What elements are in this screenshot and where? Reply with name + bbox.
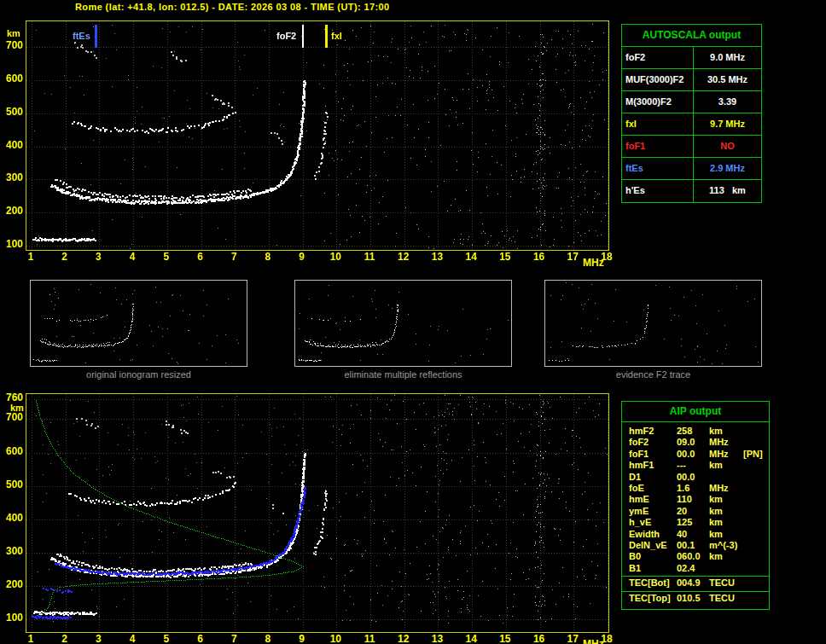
- x-axis-tick-11: 11: [361, 634, 378, 644]
- aip-param-note: [743, 551, 769, 562]
- autoscala-table-header: AUTOSCALA output: [622, 25, 761, 47]
- aip-param-unit: MHz: [709, 449, 743, 460]
- aip-param-unit: [709, 563, 743, 574]
- aip-param-note: [743, 593, 769, 605]
- x-axis-tick-8: 8: [259, 634, 276, 644]
- y-axis-tick-600: 600: [1, 446, 23, 457]
- x-axis-tick-17: 17: [564, 252, 581, 263]
- aip-param-label: hmF1: [629, 460, 677, 471]
- aip-param-unit: km: [709, 460, 743, 471]
- aip-param-unit: km: [709, 529, 743, 540]
- aip-param-note: [743, 506, 769, 517]
- aip-param-label: TEC[Top]: [629, 593, 677, 605]
- x-axis-tick-18: 18: [598, 252, 615, 263]
- top-plot-y-unit: km: [7, 28, 20, 38]
- aip-param-unit: km: [709, 551, 743, 562]
- x-axis-tick-6: 6: [192, 634, 209, 644]
- thumbnail-original-ionogram: [30, 280, 247, 367]
- marker-line-ftes: [95, 25, 97, 48]
- aip-row-d1: D100.0: [622, 472, 769, 483]
- thumbnail-evidence-f2: [544, 280, 762, 367]
- x-axis-tick-7: 7: [225, 634, 242, 644]
- autoscala-param-value: 3.39: [694, 91, 761, 113]
- ionogram-top-plot: ftEsfoF2fxI: [26, 20, 609, 251]
- y-axis-tick-400: 400: [1, 513, 23, 524]
- aip-param-note: [743, 483, 769, 494]
- y-axis-tick-100: 100: [1, 239, 23, 250]
- aip-row-fof2: foF209.0MHz: [622, 437, 769, 448]
- autoscala-row-fxi: fxI9.7 MHz: [622, 113, 761, 136]
- aip-param-note: [743, 472, 769, 483]
- x-axis-tick-1: 1: [22, 252, 39, 263]
- aip-param-value: 060.0: [677, 551, 709, 562]
- marker-line-fof2: [302, 25, 304, 48]
- aip-row-b0: B0060.0km: [622, 551, 769, 562]
- x-axis-tick-6: 6: [192, 252, 209, 263]
- aip-param-note: [743, 517, 769, 528]
- autoscala-param-label: foF2: [622, 47, 694, 68]
- aip-param-unit: km: [709, 426, 743, 437]
- autoscala-row-m(3000)f2: M(3000)F23.39: [622, 91, 761, 113]
- x-axis-tick-13: 13: [428, 252, 445, 263]
- aip-param-label: foF1: [629, 449, 677, 460]
- marker-label-fof2: foF2: [276, 31, 296, 41]
- aip-row-hmf2: hmF2258km: [622, 426, 769, 437]
- x-axis-tick-1: 1: [22, 634, 39, 644]
- aip-row-b1: B102.4: [622, 563, 769, 574]
- x-axis-tick-15: 15: [497, 252, 514, 263]
- autoscala-row-fof1: foF1NO: [622, 136, 761, 158]
- aip-param-value: 125: [677, 517, 709, 528]
- thumbnail-eliminate-reflections: [294, 280, 512, 367]
- x-axis-tick-15: 15: [497, 634, 514, 644]
- aip-param-unit: MHz: [709, 483, 743, 494]
- thumbnail-eliminate-canvas: [295, 281, 511, 366]
- x-axis-tick-17: 17: [564, 634, 581, 644]
- x-axis-tick-16: 16: [531, 634, 548, 644]
- marker-label-fxi: fxI: [331, 31, 342, 41]
- y-axis-tick-300: 300: [1, 546, 23, 557]
- x-axis-tick-10: 10: [327, 634, 344, 644]
- aip-param-note: [PN]: [743, 449, 769, 460]
- autoscala-app: Rome (lat: +41.8, lon: 012.5) - DATE: 20…: [0, 0, 826, 644]
- autoscala-param-value: 9.7 MHz: [694, 113, 761, 135]
- x-axis-tick-3: 3: [90, 634, 107, 644]
- x-axis-tick-4: 4: [124, 252, 141, 263]
- x-axis-tick-4: 4: [124, 634, 141, 644]
- aip-param-value: 20: [677, 506, 709, 517]
- aip-param-note: [743, 529, 769, 540]
- aip-row-hmf1: hmF1---km: [622, 460, 769, 471]
- aip-param-label: foE: [629, 483, 677, 494]
- autoscala-param-label: M(3000)F2: [622, 91, 694, 113]
- thumbnail-original-canvas: [31, 281, 247, 366]
- aip-param-note: [743, 494, 769, 505]
- autoscala-param-label: foF1: [622, 136, 694, 157]
- aip-param-label: B0: [629, 551, 677, 562]
- page-title: Rome (lat: +41.8, lon: 012.5) - DATE: 20…: [75, 2, 390, 12]
- aip-param-value: 00.1: [677, 540, 709, 551]
- ionogram-top-canvas: [26, 21, 608, 250]
- x-axis-tick-13: 13: [428, 634, 445, 644]
- aip-output-table: AIP output hmF2258kmfoF209.0MHzfoF100.0M…: [621, 401, 770, 610]
- x-axis-tick-8: 8: [259, 252, 276, 263]
- x-axis-tick-3: 3: [90, 252, 107, 263]
- aip-param-label: hmE: [629, 494, 677, 505]
- ionogram-bottom-plot: [26, 393, 609, 633]
- y-axis-tick-760: 760: [1, 392, 23, 403]
- aip-param-value: 02.4: [677, 563, 709, 574]
- aip-param-label: D1: [629, 472, 677, 483]
- aip-param-label: foF2: [629, 437, 677, 448]
- y-axis-tick-600: 600: [1, 73, 23, 84]
- aip-param-label: hmF2: [629, 426, 677, 437]
- aip-row-hme: hmE110km: [622, 494, 769, 505]
- aip-param-note: [743, 577, 769, 589]
- thumbnail-caption-original: original ionogram resized: [30, 369, 247, 380]
- aip-param-label: TEC[Bot]: [629, 577, 677, 589]
- aip-table-body: hmF2258kmfoF209.0MHzfoF100.0MHz[PN]hmF1-…: [622, 426, 769, 606]
- aip-row-fof1: foF100.0MHz[PN]: [622, 449, 769, 460]
- x-axis-tick-12: 12: [395, 634, 412, 644]
- y-axis-tick-300: 300: [1, 172, 23, 183]
- aip-param-value: 09.0: [677, 437, 709, 448]
- thumbnail-caption-evidence: evidence F2 trace: [544, 369, 762, 380]
- autoscala-param-value: 2.9 MHz: [694, 158, 761, 179]
- autoscala-row-ftes: ftEs2.9 MHz: [622, 158, 761, 180]
